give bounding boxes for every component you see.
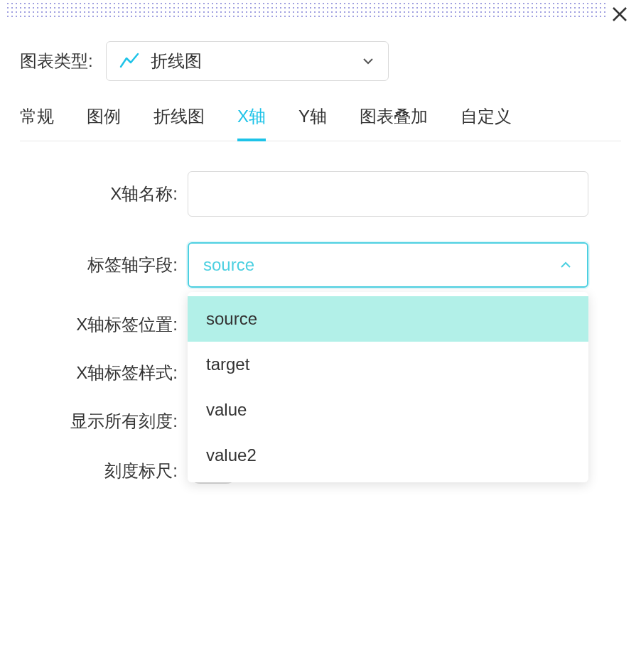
- chart-type-select-value: 折线图: [119, 50, 202, 72]
- input-xaxis-name[interactable]: [188, 171, 588, 217]
- close-icon: [612, 6, 627, 22]
- tab-bar: 常规 图例 折线图 X轴 Y轴 图表叠加 自定义: [20, 105, 621, 141]
- chart-type-text: 折线图: [151, 50, 202, 72]
- tab-y-axis[interactable]: Y轴: [298, 105, 327, 141]
- settings-panel: 图表类型: 折线图 常规 图例 折线图 X轴 Y轴 图表叠加 自定义: [0, 20, 641, 484]
- dropdown-label-field: source target value value2: [188, 292, 588, 482]
- tab-x-axis[interactable]: X轴: [237, 105, 266, 141]
- tab-overlay[interactable]: 图表叠加: [360, 105, 428, 141]
- chevron-up-icon: [559, 258, 573, 272]
- row-label-field: 标签轴字段: source source target value value2: [20, 242, 621, 288]
- label-show-all-ticks: 显示所有刻度:: [20, 410, 188, 433]
- label-scale-ruler: 刻度标尺:: [20, 460, 188, 482]
- label-label-field: 标签轴字段:: [20, 254, 188, 276]
- chevron-down-icon: [361, 54, 375, 68]
- tab-line-chart[interactable]: 折线图: [153, 105, 205, 141]
- tab-legend[interactable]: 图例: [87, 105, 121, 141]
- chart-type-label: 图表类型:: [20, 50, 93, 72]
- dropdown-option-value2[interactable]: value2: [188, 433, 588, 478]
- chart-type-row: 图表类型: 折线图: [20, 41, 621, 81]
- row-xaxis-name: X轴名称:: [20, 171, 621, 217]
- label-xaxis-name: X轴名称:: [20, 183, 188, 205]
- dropdown-option-value[interactable]: value: [188, 387, 588, 433]
- label-xaxis-label-style: X轴标签样式:: [20, 362, 188, 384]
- tab-custom[interactable]: 自定义: [460, 105, 512, 141]
- chart-type-select[interactable]: 折线图: [106, 41, 389, 81]
- dropdown-option-source[interactable]: source: [188, 296, 588, 342]
- select-label-field[interactable]: source: [188, 242, 588, 288]
- dropdown-option-target[interactable]: target: [188, 342, 588, 387]
- close-button[interactable]: [607, 1, 632, 27]
- dotted-drag-header[interactable]: [6, 1, 610, 20]
- tab-general[interactable]: 常规: [20, 105, 54, 141]
- select-label-field-value: source: [203, 255, 254, 275]
- line-chart-icon: [119, 51, 139, 71]
- label-xaxis-label-pos: X轴标签位置:: [20, 313, 188, 336]
